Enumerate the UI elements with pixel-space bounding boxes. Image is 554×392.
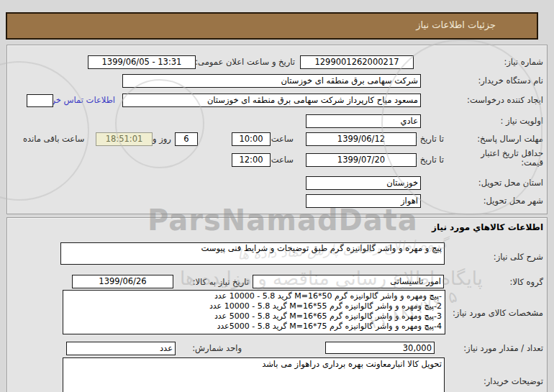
- priority-label: اولویت نیاز :: [500, 116, 543, 126]
- price-validity-date-input[interactable]: 1399/07/20: [306, 153, 417, 167]
- goods-need-date-input[interactable]: 1399/06/26: [72, 275, 173, 288]
- requester-label: ایجاد کننده درخواست:: [467, 95, 543, 105]
- announce-datetime-label: تاریخ و ساعت اعلان عمومی:: [195, 57, 295, 67]
- hours-remaining-label: ساعت باقی مانده: [23, 134, 84, 144]
- validity-until-label: تا تاریخ :: [414, 155, 444, 165]
- price-validity-hour-input[interactable]: 12:00: [232, 153, 271, 167]
- delivery-province-label: استان محل تحویل:: [478, 178, 543, 188]
- spec-line: 2-پیچ ومهره و واشر گالوانیزه گرم M=16*55…: [66, 301, 442, 311]
- quantity-input[interactable]: 30,000: [325, 342, 435, 354]
- spec-line: 4-پیچ ومهره و واشر گالوانیزه گرم M=16*75…: [66, 322, 442, 332]
- buyer-notes-label: توضیحات خریدار:: [483, 376, 543, 386]
- reply-deadline-date-input[interactable]: 1399/06/12: [306, 132, 417, 146]
- reply-hour-label: ساعت: [271, 134, 294, 144]
- need-description-label: شرح کلی نیاز:: [494, 252, 543, 262]
- days-and-label: روز و: [153, 134, 171, 144]
- reply-until-label: تا تاریخ :: [414, 134, 444, 144]
- priority-input[interactable]: عادي: [306, 114, 421, 128]
- price-validity-label-line2: قیمت:: [481, 158, 543, 168]
- remaining-days-box: 6: [175, 132, 198, 146]
- spec-line: -پیچ ومهره و واشر گالوانیزه گرم M=16*50 …: [66, 291, 442, 301]
- need-description-input[interactable]: پیچ و مهره و واشر گالوانیزه گرم طبق توضی…: [60, 242, 445, 265]
- spec-line: 3-پیچ ومهره و واشر گالوانیزه گرم M=16*65…: [66, 311, 442, 322]
- delivery-city-input[interactable]: اهواز: [306, 194, 421, 208]
- need-number-label: شماره نیاز:: [504, 57, 543, 67]
- delivery-city-label: شهر محل تحویل:: [483, 196, 543, 206]
- buyer-notes-textarea[interactable]: تحویل کالا انبارمعاونت بهره برداری دراهو…: [63, 357, 445, 392]
- buyer-org-input[interactable]: شرکت سهامی برق منطقه ای خوزستان: [122, 74, 421, 88]
- price-validity-label: حداقل تاریخ اعتبار قیمت:: [481, 149, 543, 167]
- price-validity-label-line1: حداقل تاریخ اعتبار: [481, 149, 543, 158]
- validity-hour-label: ساعت: [271, 155, 294, 165]
- requester-input[interactable]: مسعود میاح کارپرداز شرکت سهامی برق منطقه…: [122, 94, 421, 107]
- quantity-label: تعداد / مقدار مورد نیاز:: [463, 343, 543, 353]
- need-number-input[interactable]: 1299001262000217: [300, 55, 414, 69]
- delivery-province-input[interactable]: خوزستان: [306, 176, 421, 190]
- title-bar: جزئیات اطلاعات نیاز: [6, 12, 538, 40]
- goods-section-header: اطلاعات کالاهاي مورد نیاز: [432, 222, 543, 232]
- goods-group-label: گروه کالا:: [510, 277, 543, 287]
- remaining-countdown-box: 18:51:01: [96, 132, 153, 146]
- goods-specs-label: مشخصات کالای مورد نیاز:: [453, 308, 543, 318]
- unit-label: واحد شمارش:: [192, 343, 242, 353]
- reply-deadline-label: مهلت ارسال پاسخ:: [477, 134, 543, 144]
- request-info-panel: [6, 45, 548, 214]
- goods-specs-textarea[interactable]: -پیچ ومهره و واشر گالوانیزه گرم M=16*50 …: [63, 290, 445, 334]
- announce-datetime-input[interactable]: 1399/06/05 - 13:31: [88, 55, 196, 69]
- page-title: جزئیات اطلاعات نیاز: [416, 19, 496, 30]
- goods-group-input[interactable]: امور تاسیساتی: [253, 275, 444, 288]
- buyer-org-label: نام دستگاه خریدار:: [478, 76, 543, 86]
- unit-input[interactable]: عدد: [66, 342, 176, 355]
- goods-need-date-label: تاریخ نیاز به کالا:: [193, 277, 249, 287]
- empty-box[interactable]: [27, 94, 53, 107]
- reply-deadline-hour-input[interactable]: 10:00: [232, 132, 271, 146]
- need-details-page: جزئیات اطلاعات نیاز شماره نیاز: 12990012…: [0, 0, 554, 392]
